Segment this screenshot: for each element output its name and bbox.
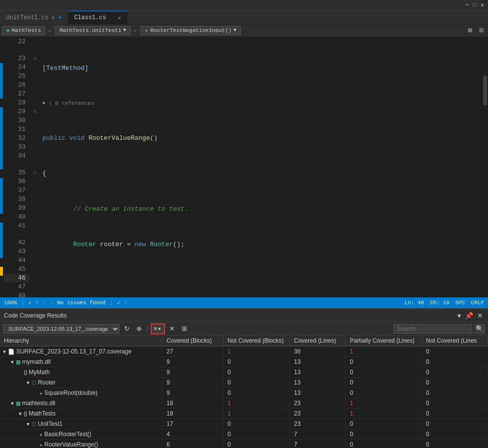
status-sep4: | <box>124 300 128 306</box>
table-row[interactable]: ▼ ⬡ Rooter 9 0 13 0 0 <box>0 378 488 388</box>
panel-close-btn[interactable]: ✕ <box>476 312 484 319</box>
collapse-all-btn[interactable]: ⊟ <box>477 25 486 36</box>
table-row[interactable]: ⬧ BasicRooterTest() 4 0 7 0 0 <box>0 429 488 440</box>
code-line-22: [TestMethod] <box>40 64 482 73</box>
delete-btn[interactable]: ✕ <box>167 323 177 334</box>
col-indicator: Ch: 10 <box>430 300 450 306</box>
collapse-35[interactable]: ⊟ <box>33 168 40 177</box>
sync-icon: ⚡ <box>28 300 32 306</box>
table-row[interactable]: ▼ ⬡ UnitTest1 17 0 23 0 0 <box>0 419 488 429</box>
export-btn[interactable]: ⊞ <box>179 323 190 334</box>
close-icon[interactable]: ✕ <box>481 1 484 9</box>
tab-class1-close[interactable]: ✕ <box>118 15 121 21</box>
line-33: 33 <box>4 143 30 152</box>
line-44: 44 <box>4 256 30 265</box>
line-46: 46 <box>4 274 30 283</box>
line-24: 24 <box>4 63 30 72</box>
line-29: 29 <box>4 107 30 116</box>
table-header-row: Hierarchy Covered (Blocks) Not Covered (… <box>0 336 488 346</box>
coverage-panel: Code Coverage Results ▾ 📌 ✕ SURFACE_2023… <box>0 308 488 448</box>
nav-project[interactable]: ◈ MathTests <box>2 26 45 35</box>
ref-line-3 <box>4 230 30 238</box>
col-header-not-covered-lines: Not Covered (Lines <box>422 336 488 346</box>
code-line-25: // Create an instance to test. <box>40 205 482 214</box>
nav-class-label: MathTests.UnitTest1 <box>60 28 121 33</box>
code-line-26: Rooter rooter = new Rooter(); <box>40 240 482 249</box>
panel-pin-btn[interactable]: 📌 <box>464 312 474 319</box>
maximize-icon[interactable]: □ <box>473 1 477 9</box>
editor-scrollbar[interactable] <box>482 36 488 297</box>
coverage-bar-2 <box>0 107 3 169</box>
line-25: 25 <box>4 72 30 81</box>
minimize-icon[interactable]: — <box>465 1 469 9</box>
table-row[interactable]: ▼ ▦ mathtests.dll 18 1 23 1 0 <box>0 398 488 409</box>
encoding-indicator: SPC <box>455 300 465 306</box>
scrollbar-thumb[interactable] <box>483 76 487 105</box>
coverage-table: Hierarchy Covered (Blocks) Not Covered (… <box>0 336 488 448</box>
table-row[interactable]: ▼ ▦ mymath.dll 9 0 13 0 0 <box>0 357 488 367</box>
table-row[interactable]: ▼ {} MathTests 18 1 23 1 0 <box>0 409 488 419</box>
collapse-23[interactable]: ⊟ <box>33 54 40 63</box>
code-line-24: { <box>40 169 482 178</box>
line-30: 30 <box>4 116 30 125</box>
search-icon-btn[interactable]: 🔍 <box>474 324 485 334</box>
code-content[interactable]: [TestMethod] ● | 0 references public voi… <box>40 36 482 297</box>
tab-unittest[interactable]: UnitTest1.cs ✕ ● <box>0 11 68 24</box>
title-bar: — □ ✕ <box>0 0 488 11</box>
nav-class[interactable]: MathTests.UnitTest1 ▼ <box>55 26 130 35</box>
refresh-btn[interactable]: ↻ <box>122 323 132 334</box>
table-row[interactable]: ⬧ SquareRoot(double) 9 0 13 0 0 <box>0 388 488 398</box>
nav-class-dropdown[interactable]: ▼ <box>123 28 126 33</box>
collapse-29[interactable]: ⊟ <box>33 107 40 116</box>
table-row[interactable]: {} MyMath 9 0 13 0 0 <box>0 367 488 378</box>
add-coverage-btn[interactable]: ⊕ <box>134 323 144 334</box>
col-header-not-covered-blocks: Not Covered (Blocks) <box>223 336 290 346</box>
line-40: 40 <box>4 213 30 222</box>
code-line-23: public void RooterValueRange() <box>40 134 482 143</box>
nav-sep1: ▸ <box>48 27 52 34</box>
ref-line-2 <box>4 160 30 168</box>
nav-method-label: RooterTestNegativeInput() <box>150 28 231 33</box>
zoom-level: 100% <box>4 300 17 306</box>
panel-title: Code Coverage Results <box>4 312 66 319</box>
search-input[interactable] <box>393 324 472 334</box>
col-header-covered-blocks: Covered (Blocks) <box>163 336 224 346</box>
table-row[interactable]: ▼ 📄 SURFACE_2023-12-05.13_17_07.coverage… <box>0 346 488 357</box>
table-row[interactable]: ⬧ RooterValueRange() 6 0 7 0 0 <box>0 440 488 448</box>
tab-unittest-close[interactable]: ✕ <box>51 14 55 21</box>
tab-unittest-modified: ● <box>59 15 62 21</box>
collapse-gutter: ⊟ ⊟ ⊟ <box>33 36 40 297</box>
line-43: 43 <box>4 247 30 256</box>
line-indicator: Ln: 46 <box>405 300 424 306</box>
tab-class1[interactable]: Class1.cs ✕ <box>68 11 128 24</box>
coverage-bar-3 <box>0 178 3 214</box>
highlight-btn[interactable]: ≡ ▼ <box>151 323 165 334</box>
line-41: 41 <box>4 222 30 230</box>
project-icon: ◈ <box>6 27 10 33</box>
title-bar-controls[interactable]: — □ ✕ <box>465 1 484 9</box>
expand-all-btn[interactable]: ⊞ <box>465 25 475 36</box>
nav-bar: ◈ MathTests ▸ MathTests.UnitTest1 ▼ ▸ ⬧ … <box>0 25 488 36</box>
status-sep3: | <box>110 300 113 306</box>
panel-dropdown-btn[interactable]: ▾ <box>456 312 462 319</box>
panel-title-bar: Code Coverage Results ▾ 📌 ✕ <box>0 309 488 322</box>
coverage-file-dropdown[interactable]: SURFACE_2023-12-05.13_17_.coverage <box>3 324 120 334</box>
coverage-bar-1 <box>0 63 3 98</box>
checkmark-icon: ✓ <box>117 300 121 306</box>
line-34: 34 <box>4 152 30 160</box>
line-37: 37 <box>4 186 30 195</box>
panel-title-icons[interactable]: ▾ 📌 ✕ <box>456 312 484 319</box>
line-45: 45 <box>4 265 30 274</box>
coverage-bar-current <box>0 267 3 276</box>
nav-method[interactable]: ⬧ RooterTestNegativeInput() ▼ <box>140 26 241 35</box>
nav-method-dropdown[interactable]: ▼ <box>233 28 236 33</box>
coverage-table-container[interactable]: Hierarchy Covered (Blocks) Not Covered (… <box>0 336 488 448</box>
col-header-covered-lines: Covered (Lines) <box>290 336 346 346</box>
line-48: 48 <box>4 291 30 297</box>
line-35: 35 <box>4 168 30 177</box>
tab-unittest-label: UnitTest1.cs <box>6 14 48 21</box>
method-icon: ⬧ <box>145 28 148 33</box>
left-gutter <box>0 36 4 297</box>
line-28: 28 <box>4 98 30 107</box>
line-22: 22 <box>4 37 30 46</box>
